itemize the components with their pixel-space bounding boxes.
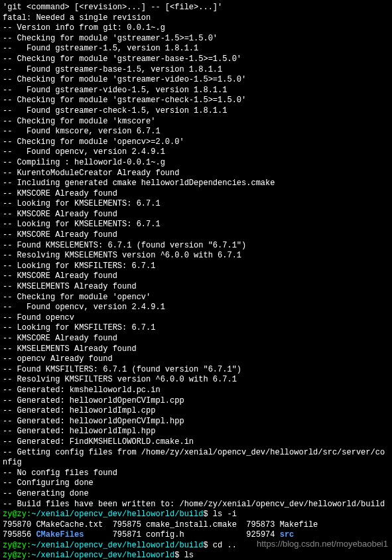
terminal-line: -- KMSELEMENTS Already found [3,344,389,355]
terminal-segment: -- KMSELEMENTS Already found [3,344,137,354]
terminal-segment: CMakeFiles [36,530,84,539]
terminal-line: -- Build files have been written to: /ho… [3,500,389,510]
terminal-line: -- Checking for module 'kmscore' [3,117,389,127]
terminal-segment: -- Including generated cmake helloworldD… [3,178,275,188]
terminal-line: -- opencv Already found [3,354,389,365]
terminal-segment: -- Found gstreamer-1.5, version 1.8.1.1 [3,44,198,53]
terminal-line: -- No config files found [3,468,389,479]
terminal-line: -- Found KMSELEMENTS: 6.7.1 (found versi… [3,241,389,251]
terminal-line: -- Looking for KMSFILTERS: 6.7.1 [3,323,389,334]
terminal-line: -- KMSCORE Already found [3,189,389,200]
terminal-segment: $ ls -i [203,510,236,519]
terminal-segment: -- KurentoModuleCreator Already found [3,169,179,178]
terminal-segment: -- Compiling : helloworld-0.0.1~.g [3,158,165,167]
terminal-line: -- Found gstreamer-check-1.5, version 1.… [3,106,389,117]
terminal-line: -- Looking for KMSELEMENTS: 6.7.1 [3,199,389,210]
terminal-line: -- Generated: FindKMSHELLOWORLD.cmake.in [3,437,389,448]
terminal-segment: -- Found opencv [3,313,74,322]
terminal-segment: -- opencv Already found [3,354,113,364]
terminal-line: -- Checking for module 'gstreamer-1.5>=1… [3,34,389,44]
terminal-segment: -- Generated: helloworldImpl.hpp [3,427,155,436]
terminal-segment: -- KMSELEMENTS Already found [3,282,137,291]
terminal-line: -- Version info from git: 0.0.1~.g [3,23,389,34]
terminal-line: -- Including generated cmake helloworldD… [3,178,389,189]
terminal-line: -- Found opencv, version 2.4.9.1 [3,147,389,158]
terminal-segment: -- Found gstreamer-base-1.5, version 1.8… [3,65,222,74]
terminal-segment: zy@zy: [3,510,31,519]
terminal-segment: 795856 [3,530,36,539]
terminal-line: -- Getting config files from /home/zy/xe… [3,448,389,468]
terminal-line: -- KMSCORE Already found [3,334,389,344]
terminal-segment: -- Found KMSFILTERS: 6.7.1 (found versio… [3,365,241,374]
terminal-line: -- Generated: kmshelloworld.pc.in [3,385,389,396]
terminal-line: -- KMSELEMENTS Already found [3,282,389,293]
terminal-line: -- Found opencv [3,313,389,324]
terminal-line: -- Resolving KMSELEMENTS version ^6.0.0 … [3,251,389,261]
terminal-line: -- Found gstreamer-base-1.5, version 1.8… [3,65,389,76]
terminal-segment: 795871 config.h 925974 [84,530,279,539]
terminal-line: -- Generating done [3,489,389,500]
terminal-segment: 'git <command> [<revision>...] -- [<file… [3,3,222,12]
terminal-line: -- Found gstreamer-video-1.5, version 1.… [3,86,389,96]
terminal-segment: -- Resolving KMSELEMENTS version ^6.0.0 … [3,251,241,260]
terminal-line: -- Found KMSFILTERS: 6.7.1 (found versio… [3,365,389,376]
terminal-line: -- Found opencv, version 2.4.9.1 [3,303,389,313]
terminal-segment: -- KMSCORE Already found [3,210,117,219]
terminal-segment: -- Checking for module 'kmscore' [3,117,155,126]
terminal-segment: ~/xenial/opencv_dev/helloworld/build [31,510,203,519]
terminal-line: -- KMSCORE Already found [3,210,389,220]
terminal-line: -- Configuring done [3,478,389,489]
terminal-line: -- Compiling : helloworld-0.0.1~.g [3,158,389,169]
terminal-segment: -- Found opencv, version 2.4.9.1 [3,303,165,312]
terminal-segment: -- No config files found [3,468,117,478]
terminal-line: -- Generated: helloworldImpl.hpp [3,427,389,437]
terminal-segment: -- Found kmscore, version 6.7.1 [3,127,161,136]
terminal-segment: -- Generated: helloworldOpenCVImpl.hpp [3,417,184,426]
terminal-segment: zy@zy: [3,541,31,550]
terminal-line: 795870 CMakeCache.txt 795875 cmake_insta… [3,520,389,531]
terminal-segment: -- Getting config files from /home/zy/xe… [3,448,385,468]
terminal-segment: -- Checking for module 'gstreamer-video-… [3,75,246,84]
terminal-segment: -- Looking for KMSELEMENTS: 6.7.1 [3,199,161,208]
terminal-line: -- Found gstreamer-1.5, version 1.8.1.1 [3,44,389,54]
terminal-segment: -- Checking for module 'opencv>=2.0.0' [3,137,184,147]
terminal-segment: 795870 CMakeCache.txt 795875 cmake_insta… [3,520,318,529]
terminal-line: -- Found kmscore, version 6.7.1 [3,127,389,137]
terminal-segment: -- KMSCORE Already found [3,334,117,343]
terminal-segment: -- Version info from git: 0.0.1~.g [3,23,165,33]
terminal-segment: ~/xenial/opencv_dev/helloworld [31,551,174,560]
terminal-line: -- Checking for module 'gstreamer-base-1… [3,54,389,65]
terminal-segment: fatal: Needed a single revision [3,13,151,23]
terminal-segment: -- Looking for KMSFILTERS: 6.7.1 [3,323,155,332]
terminal-line: -- Generated: helloworldImpl.cpp [3,406,389,417]
terminal-segment: -- Build files have been written to: /ho… [3,500,385,509]
terminal-segment: -- Generated: helloworldImpl.cpp [3,406,155,415]
terminal-segment: -- Found KMSELEMENTS: 6.7.1 (found versi… [3,241,246,250]
terminal-segment: -- KMSCORE Already found [3,189,117,198]
terminal-segment: -- Found opencv, version 2.4.9.1 [3,147,165,157]
terminal-line: -- Checking for module 'opencv' [3,293,389,303]
terminal-line: -- Looking for KMSFILTERS: 6.7.1 [3,261,389,272]
terminal-line: -- Generated: helloworldOpenCVImpl.hpp [3,417,389,427]
terminal-segment: -- Looking for KMSELEMENTS: 6.7.1 [3,220,161,229]
terminal-segment: -- KMSCORE Already found [3,271,117,281]
terminal-line: -- KMSCORE Already found [3,271,389,282]
terminal-segment: -- Generating done [3,489,89,498]
terminal-line: zy@zy:~/xenial/opencv_dev/helloworld/bui… [3,510,389,520]
terminal-segment: -- Generated: kmshelloworld.pc.in [3,385,161,395]
terminal-output[interactable]: 'git <command> [<revision>...] -- [<file… [3,3,389,560]
terminal-segment: -- Found gstreamer-check-1.5, version 1.… [3,106,227,115]
terminal-segment: -- Checking for module 'gstreamer-1.5>=1… [3,34,218,43]
terminal-line: -- Resolving KMSFILTERS version ^6.0.0 w… [3,375,389,385]
watermark-text: https://blog.csdn.net/moyebaobei1 [257,539,388,550]
terminal-segment: -- Checking for module 'gstreamer-check-… [3,96,246,105]
terminal-segment: -- Configuring done [3,478,94,488]
terminal-segment: ~/xenial/opencv_dev/helloworld/build [31,541,203,550]
terminal-segment: $ cd .. [203,541,236,550]
terminal-line: fatal: Needed a single revision [3,13,389,24]
terminal-segment: zy@zy: [3,551,31,560]
terminal-line: -- Looking for KMSELEMENTS: 6.7.1 [3,220,389,230]
terminal-line: -- KurentoModuleCreator Already found [3,169,389,179]
terminal-line: -- KMSCORE Already found [3,230,389,241]
terminal-segment: -- Looking for KMSFILTERS: 6.7.1 [3,261,155,271]
